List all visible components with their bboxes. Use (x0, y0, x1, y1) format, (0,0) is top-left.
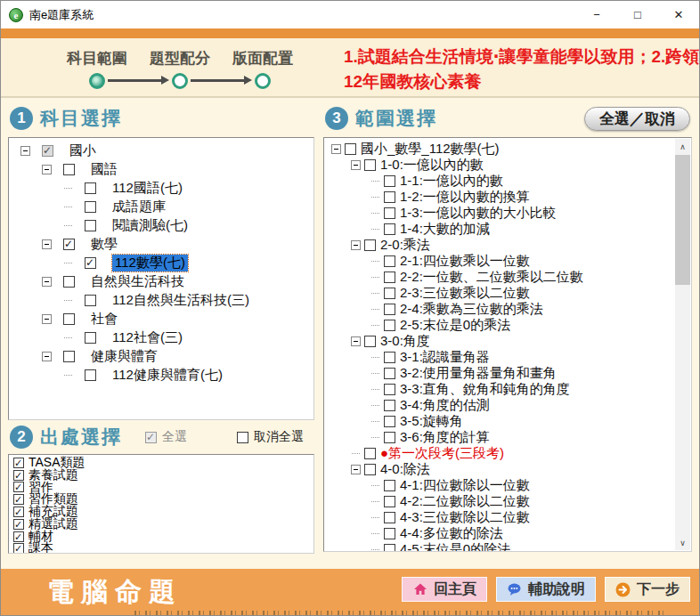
item-checkbox[interactable] (13, 531, 24, 542)
tree-node-label[interactable]: 1-1:一億以內的數 (400, 173, 503, 190)
tree-node[interactable]: 1-1:一億以內的數 (324, 173, 675, 189)
node-checkbox[interactable] (85, 201, 96, 213)
item-checkbox[interactable] (13, 494, 24, 505)
expand-toggle-icon[interactable] (42, 314, 52, 324)
item-checkbox[interactable] (13, 543, 24, 554)
help-button[interactable]: 輔助說明 (496, 577, 596, 602)
expand-toggle-icon[interactable] (42, 165, 52, 174)
tree-node-label[interactable]: 112數學(七) (112, 255, 188, 272)
tree-node[interactable]: 3-2:使用量角器量角和畫角 (324, 365, 675, 381)
expand-toggle-icon[interactable] (351, 336, 361, 346)
node-checkbox[interactable] (384, 496, 395, 507)
tree-node[interactable]: 3-6:角度的計算 (324, 429, 675, 445)
select-all-checkbox[interactable]: 全選 (145, 429, 187, 445)
tree-node[interactable]: 3-1:認識量角器 (324, 349, 675, 365)
tree-node[interactable]: 健康與體育 (9, 347, 313, 366)
tree-node-label[interactable]: 國語 (91, 161, 118, 178)
tree-node-label[interactable]: 3-6:角度的計算 (400, 429, 490, 446)
tree-node-label[interactable]: 1-3:一億以內數的大小比較 (400, 205, 557, 222)
node-checkbox[interactable] (63, 313, 75, 325)
node-checkbox[interactable] (384, 384, 395, 395)
tree-node-label[interactable]: 2-1:四位數乘以一位數 (400, 253, 530, 270)
tree-node[interactable]: 112社會(三) (9, 328, 313, 347)
tree-node[interactable]: 國語 (9, 160, 313, 179)
tree-node-label[interactable]: 4-2:二位數除以二位數 (400, 493, 530, 510)
tree-node[interactable]: 社會 (9, 310, 313, 328)
node-checkbox[interactable] (384, 512, 395, 523)
node-checkbox[interactable] (384, 175, 395, 187)
tree-node[interactable]: 2-3:三位數乘以二位數 (324, 285, 675, 301)
tree-node[interactable]: 2-0:乘法 (324, 237, 675, 253)
node-checkbox[interactable] (85, 182, 96, 194)
tree-node-label[interactable]: 4-5:末位是0的除法 (400, 541, 510, 552)
expand-toggle-icon[interactable] (42, 352, 52, 361)
node-checkbox[interactable] (63, 351, 75, 362)
node-checkbox[interactable] (384, 288, 395, 299)
node-checkbox[interactable] (384, 432, 395, 443)
tree-node[interactable]: 1-2:一億以內數的換算 (324, 189, 675, 205)
node-checkbox[interactable] (63, 164, 75, 175)
node-checkbox[interactable] (384, 544, 395, 552)
deselect-all-checkbox-icon[interactable] (237, 432, 248, 443)
item-checkbox[interactable] (13, 470, 24, 481)
tree-node[interactable]: 4-5:末位是0的除法 (324, 541, 675, 551)
node-checkbox[interactable] (384, 480, 395, 491)
node-checkbox[interactable] (42, 145, 53, 157)
tree-node-label[interactable]: ●第一次段考(三段考) (380, 445, 504, 462)
tree-node-label[interactable]: 健康與體育 (91, 348, 158, 365)
tree-node[interactable]: 3-0:角度 (324, 333, 675, 349)
tree-node[interactable]: 3-3:直角、銳角和鈍角的角度 (324, 381, 675, 397)
tree-node-label[interactable]: 3-2:使用量角器量角和畫角 (400, 365, 557, 382)
node-checkbox[interactable] (384, 528, 395, 539)
home-button[interactable]: 回主頁 (402, 577, 487, 602)
scroll-up-icon[interactable]: ∧ (675, 139, 690, 154)
tree-node-label[interactable]: 4-3:三位數除以二位數 (400, 509, 530, 526)
tree-node[interactable]: 4-0:除法 (324, 461, 675, 477)
tree-node[interactable]: 1-4:大數的加減 (324, 221, 675, 237)
tree-node-label[interactable]: 3-0:角度 (380, 333, 430, 350)
expand-toggle-icon[interactable] (20, 146, 30, 156)
tree-node-label[interactable]: 2-0:乘法 (380, 237, 430, 254)
tree-node-label[interactable]: 閱讀測驗(七) (112, 217, 188, 234)
item-checkbox[interactable] (13, 458, 24, 468)
item-checkbox[interactable] (13, 482, 24, 492)
node-checkbox[interactable] (63, 276, 75, 288)
tree-node-label[interactable]: 3-5:旋轉角 (400, 413, 463, 430)
node-checkbox[interactable] (85, 369, 96, 381)
tree-node[interactable]: 國小_數學_112數學(七) (324, 141, 675, 157)
item-checkbox[interactable] (13, 507, 24, 517)
scroll-down-icon[interactable]: ∨ (675, 535, 690, 550)
node-checkbox[interactable] (63, 239, 75, 250)
tree-node[interactable]: 2-2:一位數、二位數乘以二位數 (324, 269, 675, 285)
tree-node-label[interactable]: 112國語(七) (112, 180, 183, 197)
tree-node[interactable]: 4-4:多位數的除法 (324, 525, 675, 541)
select-all-toggle-button[interactable]: 全選／取消 (584, 107, 690, 131)
tree-node[interactable]: 自然與生活科技 (9, 272, 313, 291)
node-checkbox[interactable] (384, 272, 395, 283)
tree-node-label[interactable]: 2-4:乘數為三位數的乘法 (400, 301, 543, 318)
tree-node[interactable]: 數學 (9, 235, 313, 254)
node-checkbox[interactable] (85, 295, 96, 306)
tree-node[interactable]: 3-5:旋轉角 (324, 413, 675, 429)
node-checkbox[interactable] (384, 416, 395, 427)
node-checkbox[interactable] (384, 255, 395, 267)
item-checkbox[interactable] (13, 519, 24, 530)
expand-toggle-icon[interactable] (351, 160, 361, 170)
tree-node-label[interactable]: 3-1:認識量角器 (400, 349, 490, 366)
next-step-button[interactable]: 下一步 (605, 577, 690, 602)
list-item[interactable]: 課本 (9, 543, 313, 554)
tree-node[interactable]: 4-3:三位數除以二位數 (324, 509, 675, 525)
tree-node[interactable]: 2-1:四位數乘以一位數 (324, 253, 675, 269)
tree-node[interactable]: ●第一次段考(三段考) (324, 445, 675, 461)
tree-node-label[interactable]: 數學 (91, 236, 118, 253)
node-checkbox[interactable] (345, 143, 356, 155)
node-checkbox[interactable] (85, 332, 96, 344)
node-checkbox[interactable] (364, 159, 376, 171)
node-checkbox[interactable] (384, 352, 395, 363)
tree-node[interactable]: 4-1:四位數除以一位數 (324, 477, 675, 493)
node-checkbox[interactable] (364, 448, 376, 459)
tree-node-label[interactable]: 4-0:除法 (380, 461, 430, 478)
tree-node[interactable]: 閱讀測驗(七) (9, 216, 313, 235)
node-checkbox[interactable] (364, 464, 376, 475)
tree-node-label[interactable]: 2-5:末位是0的乘法 (400, 317, 510, 334)
